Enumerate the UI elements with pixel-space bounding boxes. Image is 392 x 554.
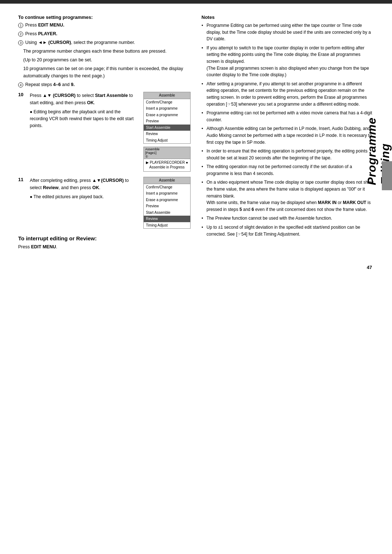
interrupt-text: Press EDIT MENU. [18,243,191,250]
note-7: The editing operation may not be perform… [201,163,374,177]
notes-heading: Notes [201,15,374,20]
page-number: 47 [367,265,372,270]
step1-bold: EDIT MENU. [38,23,64,28]
step-10-body: Press ▲▼ (CURSOR) to select Start Assemb… [30,92,191,172]
circle-3: 3 [18,40,23,45]
step-11-body-row: After completing editing, press ▲▼(CURSO… [30,177,191,229]
menu-item-timing: Timing Adjust [144,137,190,144]
step-3-para2: (Up to 20 programmes can be set. [23,56,191,64]
player-box-header: Assemble [Page1] ① [144,147,190,159]
step-10-bullet: ● Editing begins after the playback unit… [30,109,140,130]
progress-text: Assemble in Progress [146,164,188,170]
step-10-num: 10 [18,92,26,97]
menu-box2-confirm: Confirm/Change [144,184,190,191]
menu-item-confirm: Confirm/Change [144,99,190,106]
step-2: 2 Press PLAYER. [18,30,191,37]
menu-box2-insert: Insert a programme [144,190,190,197]
player-box: Assemble [Page1] ① ▶ PLAYER RECORDER ● [143,147,191,172]
menu-item-insert: Insert a programme [144,105,190,112]
player-box-row: ▶ PLAYER RECORDER ● [146,160,188,164]
continue-heading: To continue setting programmes: [18,15,191,20]
note-3: After setting a programme, if you attemp… [201,81,374,107]
step-10-body-row: Press ▲▼ (CURSOR) to select Start Assemb… [30,92,191,172]
page-content: To continue setting programmes: 1 Press … [0,4,392,281]
interrupt-section: To interrupt editing or Review: Press ED… [18,235,191,250]
note-5: Although Assemble editing can be perform… [201,125,374,146]
step-11-bullet: ● The edited pictures are played back. [30,194,140,200]
interrupt-title: To interrupt editing or Review: [18,235,191,241]
step2-bold: PLAYER. [38,31,57,36]
step-10-menus: Assemble Confirm/Change Insert a program… [143,92,191,172]
step-3-para1: The programme number changes each time t… [23,48,191,55]
note-8: On a video equipment whose Time code dis… [201,179,374,213]
step-11-text: After completing editing, press ▲▼(CURSO… [30,177,140,200]
step-1: 1 Press EDIT MENU. [18,21,191,29]
top-bar [0,0,392,4]
circle-1: 1 [18,23,23,28]
menu-item-erase: Erase a programme [144,112,190,118]
menu-box2-preview: Preview [144,203,190,209]
menu-box2-start: Start Assemble [144,209,190,216]
note-10: Up to ±1 second of slight deviation in t… [201,224,374,237]
player-label: ▶ PLAYER [146,160,164,164]
step-11-num: 11 [18,177,26,182]
circle-4: 4 [18,82,23,87]
circle-2: 2 [18,32,23,37]
menu-box2-review: Review [144,216,190,222]
notes-list: Programme Editing can be performed using… [201,22,374,237]
continue-heading-block: To continue setting programmes: 1 Press … [18,15,191,88]
note-1: Programme Editing can be performed using… [201,22,374,42]
menu-box2-erase: Erase a programme [144,197,190,203]
note-4: Programme editing can not be performed w… [201,110,374,123]
step-4: 4 Repeat steps 4–6 and 9. [18,81,191,88]
menu-box-2: Assemble Confirm/Change Insert a program… [143,177,191,229]
left-column: To continue setting programmes: 1 Press … [18,15,191,252]
menu-box-1-header: Assemble [144,92,190,99]
step-3: 3 Using ◄► (CURSOR), select the programm… [18,39,191,46]
step-3-para3: 10 programmes can be set on one page; if… [23,65,191,80]
step3-bold: ◄► (CURSOR) [38,40,71,45]
note-2: If you attempt to switch to the tape cou… [201,45,374,78]
player-box-body: ▶ PLAYER RECORDER ● Assemble in Progress [144,159,190,171]
menu-box2-timing: Timing Adjust [144,222,190,229]
step4-bold2: 9. [71,82,74,87]
side-bar [382,161,392,190]
note-9: The Preview function cannot be used with… [201,215,374,222]
interrupt-bold: EDIT MENU [31,244,56,249]
step-11-body: After completing editing, press ▲▼(CURSO… [30,177,191,229]
step4-bold: 4–6 [53,82,61,87]
menu-item-start-assemble: Start Assemble [144,125,190,131]
menu-item-preview: Preview [144,118,190,125]
right-column: Notes Programme Editing can be performed… [201,15,374,252]
main-two-col: To continue setting programmes: 1 Press … [18,15,374,252]
menu-box-1: Assemble Confirm/Change Insert a program… [143,92,191,144]
recorder-label: RECORDER ● [164,160,188,164]
step-11-block: 11 After completing editing, press ▲▼(CU… [18,177,191,229]
note-6: In order to ensure that the editing oper… [201,148,374,161]
menu-box-2-header: Assemble [144,177,190,184]
step-10-block: 10 Press ▲▼ (CURSOR) to select Start Ass… [18,92,191,172]
step-10-text: Press ▲▼ (CURSOR) to select Start Assemb… [30,92,140,130]
menu-item-review: Review [144,131,190,137]
